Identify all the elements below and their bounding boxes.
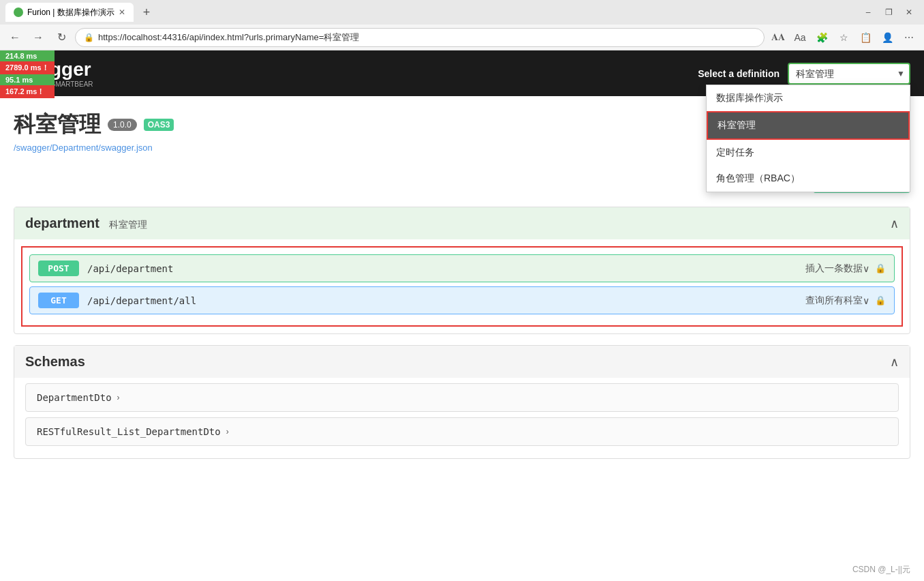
window-controls: – ❐ ✕ bbox=[859, 3, 919, 22]
tab-close-icon[interactable]: ✕ bbox=[119, 8, 125, 17]
oas-badge: OAS3 bbox=[144, 119, 174, 131]
section-body: POST /api/department 插入一条数据 ∨ 🔒 GET /api… bbox=[14, 239, 910, 333]
schemas-header[interactable]: Schemas ∧ bbox=[14, 346, 910, 378]
perf-item-1: 214.8 ms bbox=[0, 50, 55, 61]
department-section: department 科室管理 ∧ POST /api/department 插… bbox=[14, 207, 910, 334]
settings-button[interactable]: ⋯ bbox=[899, 28, 919, 47]
performance-overlay: 214.8 ms 2789.0 ms！ 95.1 ms 167.2 ms！ bbox=[0, 50, 55, 98]
schemas-title: Schemas bbox=[25, 354, 85, 370]
definition-select-area: Select a definition 数据库操作演示科室管理定时任务角色管理（… bbox=[698, 63, 910, 85]
version-badge: 1.0.0 bbox=[108, 119, 137, 131]
endpoint-desc-post: 插入一条数据 bbox=[805, 263, 863, 275]
browser-tab[interactable]: Furion | 数据库操作演示 ✕ bbox=[5, 3, 134, 22]
forward-button[interactable]: → bbox=[29, 28, 48, 47]
schema-item-0[interactable]: DepartmentDto › bbox=[25, 383, 899, 412]
minimize-button[interactable]: – bbox=[859, 3, 878, 22]
section-subtitle: 科室管理 bbox=[109, 219, 147, 230]
schemas-section: Schemas ∧ DepartmentDto › RESTfulResult_… bbox=[14, 345, 910, 459]
schema-item-1[interactable]: RESTfulResult_List_DepartmentDto › bbox=[25, 417, 899, 446]
page-title: 科室管理 bbox=[14, 110, 101, 140]
definition-select-wrapper[interactable]: 数据库操作演示科室管理定时任务角色管理（RBAC） ▼ 数据库操作演示 科室管理… bbox=[788, 63, 910, 85]
tab-title: Furion | 数据库操作演示 bbox=[27, 7, 114, 18]
schemas-body: DepartmentDto › RESTfulResult_List_Depar… bbox=[14, 383, 910, 458]
dropdown-item-3[interactable]: 角色管理（RBAC） bbox=[707, 166, 910, 192]
content-area: swagger powered by SMARTBEAR Select a de… bbox=[0, 50, 924, 581]
schema-name-1: RESTfulResult_List_DepartmentDto bbox=[37, 426, 221, 437]
close-button[interactable]: ✕ bbox=[899, 3, 919, 22]
back-button[interactable]: ← bbox=[5, 28, 25, 47]
endpoint-row-get[interactable]: GET /api/department/all 查询所有科室 ∨ 🔒 bbox=[29, 286, 895, 314]
endpoint-lock-post: 🔒 bbox=[875, 263, 886, 273]
endpoint-desc-get: 查询所有科室 bbox=[805, 295, 863, 307]
dropdown-item-2[interactable]: 定时任务 bbox=[707, 140, 910, 166]
address-bar-lock-icon: 🔒 bbox=[84, 33, 94, 42]
section-header-title: department 科室管理 bbox=[25, 215, 147, 231]
endpoint-chevron-post: ∨ bbox=[863, 263, 869, 274]
endpoint-row-post[interactable]: POST /api/department 插入一条数据 ∨ 🔒 bbox=[29, 254, 895, 282]
schema-chevron-0: › bbox=[117, 393, 120, 402]
new-tab-button[interactable]: + bbox=[139, 5, 155, 20]
get-method-badge: GET bbox=[38, 293, 79, 308]
aa-button[interactable]: Aa bbox=[790, 28, 810, 47]
read-mode-button[interactable]: 𝐀𝐀 bbox=[769, 28, 788, 47]
endpoint-path-get: /api/department/all bbox=[87, 295, 799, 306]
definition-label: Select a definition bbox=[698, 68, 780, 79]
collections-button[interactable]: 📋 bbox=[856, 28, 875, 47]
browser-action-buttons: 𝐀𝐀 Aa 🧩 ☆ 📋 👤 ⋯ bbox=[769, 28, 919, 47]
dropdown-item-0[interactable]: 数据库操作演示 bbox=[707, 85, 910, 111]
favorites-button[interactable]: ☆ bbox=[834, 28, 853, 47]
endpoint-right-post: ∨ 🔒 bbox=[863, 263, 886, 274]
address-bar[interactable]: 🔒 https://localhost:44316/api/index.html… bbox=[75, 28, 765, 47]
perf-item-2: 2789.0 ms！ bbox=[0, 61, 55, 74]
browser-titlebar: Furion | 数据库操作演示 ✕ + – ❐ ✕ bbox=[0, 0, 924, 25]
schemas-collapse-icon[interactable]: ∧ bbox=[890, 355, 899, 370]
schema-chevron-1: › bbox=[226, 427, 229, 436]
perf-item-4: 167.2 ms！ bbox=[0, 85, 55, 98]
section-title: department bbox=[25, 215, 99, 230]
definition-dropdown: 数据库操作演示 科室管理 定时任务 角色管理（RBAC） bbox=[706, 85, 910, 192]
schema-name-0: DepartmentDto bbox=[37, 392, 112, 403]
post-method-badge: POST bbox=[38, 260, 79, 276]
csdn-watermark: CSDN @_L-||元 bbox=[852, 564, 910, 576]
endpoints-wrapper: POST /api/department 插入一条数据 ∨ 🔒 GET /api… bbox=[21, 246, 903, 327]
address-bar-url: https://localhost:44316/api/index.html?u… bbox=[98, 31, 756, 44]
extension-button[interactable]: 🧩 bbox=[812, 28, 831, 47]
section-header[interactable]: department 科室管理 ∧ bbox=[14, 207, 910, 239]
endpoint-chevron-get: ∨ bbox=[863, 295, 869, 306]
maximize-button[interactable]: ❐ bbox=[879, 3, 898, 22]
endpoint-lock-get: 🔒 bbox=[875, 295, 886, 306]
swagger-header: swagger powered by SMARTBEAR Select a de… bbox=[0, 50, 924, 96]
definition-select[interactable]: 数据库操作演示科室管理定时任务角色管理（RBAC） bbox=[788, 63, 910, 85]
endpoint-path-post: /api/department bbox=[87, 263, 799, 274]
perf-item-3: 95.1 ms bbox=[0, 74, 55, 85]
dropdown-item-1[interactable]: 科室管理 bbox=[707, 111, 910, 140]
tab-favicon bbox=[14, 8, 23, 17]
profile-button[interactable]: 👤 bbox=[878, 28, 897, 47]
endpoint-right-get: ∨ 🔒 bbox=[863, 295, 886, 306]
refresh-button[interactable]: ↻ bbox=[52, 28, 71, 47]
browser-controls: ← → ↻ 🔒 https://localhost:44316/api/inde… bbox=[0, 25, 924, 50]
section-collapse-icon[interactable]: ∧ bbox=[890, 216, 899, 231]
